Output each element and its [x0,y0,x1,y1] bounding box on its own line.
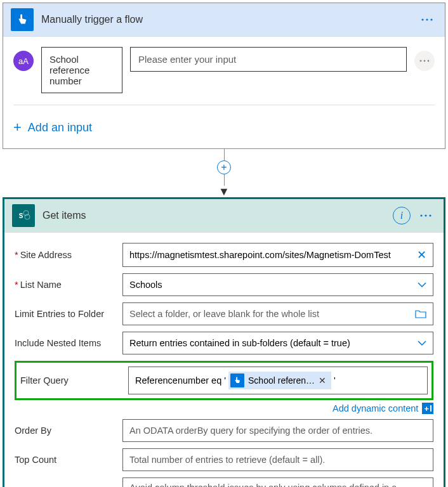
manual-trigger-icon [230,373,244,387]
svg-point-5 [428,60,430,62]
top-count-label: Top Count [15,455,122,465]
divider [13,105,435,105]
limit-folder-label: Limit Entries to Folder [15,309,122,319]
limit-columns-field[interactable]: Avoid column threshold issues by only us… [122,477,433,487]
trigger-input-row: aA School reference number Please enter … [13,47,435,93]
include-nested-value: Return entries contained in sub-folders … [129,338,412,348]
svg-point-4 [424,60,426,62]
site-address-value: https://magnetismtest.sharepoint.com/sit… [129,250,417,260]
getitems-more-button[interactable] [416,205,436,226]
svg-point-1 [426,18,428,20]
filter-query-field[interactable]: Referencenumber eq ' School referen… ✕ ' [128,367,428,394]
include-nested-label: Include Nested Items [15,338,122,348]
top-count-field[interactable]: Total number of entries to retrieve (def… [122,448,433,471]
trigger-title: Manually trigger a flow [41,14,417,25]
svg-point-11 [425,214,426,216]
add-step-button[interactable]: + [217,160,231,174]
svg-point-12 [429,214,431,216]
add-dynamic-label: Add dynamic content [333,403,418,413]
getitems-header[interactable]: S Get items i [4,199,444,232]
order-by-placeholder: An ODATA orderBy query for specifying th… [129,425,426,436]
plus-icon: + [13,119,22,136]
filter-query-prefix: Referencenumber eq ' [135,375,226,386]
top-count-placeholder: Total number of entries to retrieve (def… [129,455,426,465]
list-name-field[interactable]: Schools [122,273,433,296]
folder-icon[interactable] [415,309,426,318]
filter-query-label: Filter Query [20,375,128,386]
svg-point-0 [421,18,423,20]
remove-token-icon[interactable]: ✕ [319,375,326,386]
input-placeholder-field[interactable]: Please enter your input [130,47,407,72]
order-by-row: Order By An ODATA orderBy query for spec… [15,419,433,442]
dynamic-content-token[interactable]: School referen… ✕ [228,372,331,389]
svg-point-10 [420,214,422,216]
limit-columns-row: Limit Columns by View Avoid column thres… [15,477,433,487]
chevron-down-icon[interactable] [418,282,426,287]
info-button[interactable]: i [393,207,411,224]
trigger-header[interactable]: Manually trigger a flow [3,3,445,36]
getitems-title: Get items [43,210,393,221]
include-nested-field[interactable]: Return entries contained in sub-folders … [122,332,433,354]
chevron-down-icon[interactable] [418,341,426,346]
trigger-card: Manually trigger a flow aA School refere… [3,3,445,149]
dynamic-content-badge-icon: + [422,403,433,414]
filter-query-suffix: ' [334,375,336,386]
list-name-value: Schools [129,280,412,290]
limit-folder-row: Limit Entries to Folder Select a folder,… [15,302,433,325]
limit-columns-placeholder: Avoid column threshold issues by only us… [129,483,412,487]
order-by-field[interactable]: An ODATA orderBy query for specifying th… [122,419,433,442]
svg-point-3 [420,60,422,62]
list-name-row: List Name Schools [15,273,433,296]
include-nested-row: Include Nested Items Return entries cont… [15,332,433,354]
top-count-row: Top Count Total number of entries to ret… [15,448,433,471]
svg-point-2 [430,18,432,20]
input-name-field[interactable]: School reference number [41,47,122,93]
order-by-label: Order By [15,425,122,436]
filter-query-row: Filter Query Referencenumber eq ' School… [20,367,428,394]
flow-connector: + ▼ [3,149,445,197]
svg-text:S: S [19,212,23,219]
text-input-type-icon: aA [13,51,34,71]
clear-icon[interactable]: ✕ [417,248,426,262]
limit-folder-field[interactable]: Select a folder, or leave blank for the … [122,302,433,325]
site-address-label: Site Address [15,250,122,260]
input-more-button[interactable] [414,51,435,71]
manual-trigger-icon [11,8,34,31]
add-input-label: Add an input [28,121,92,134]
filter-query-highlight: Filter Query Referencenumber eq ' School… [15,361,433,400]
sharepoint-icon: S [12,204,35,227]
trigger-more-button[interactable] [417,10,437,30]
getitems-card: S Get items i Site Address https://magne… [3,197,445,487]
site-address-row: Site Address https://magnetismtest.share… [15,243,433,267]
add-input-button[interactable]: + Add an input [13,117,435,138]
list-name-label: List Name [15,280,122,290]
add-dynamic-content-link[interactable]: Add dynamic content + [15,403,433,414]
arrow-down-icon: ▼ [218,186,230,197]
token-label: School referen… [248,375,315,386]
site-address-field[interactable]: https://magnetismtest.sharepoint.com/sit… [122,243,433,267]
limit-folder-placeholder: Select a folder, or leave blank for the … [129,309,410,319]
